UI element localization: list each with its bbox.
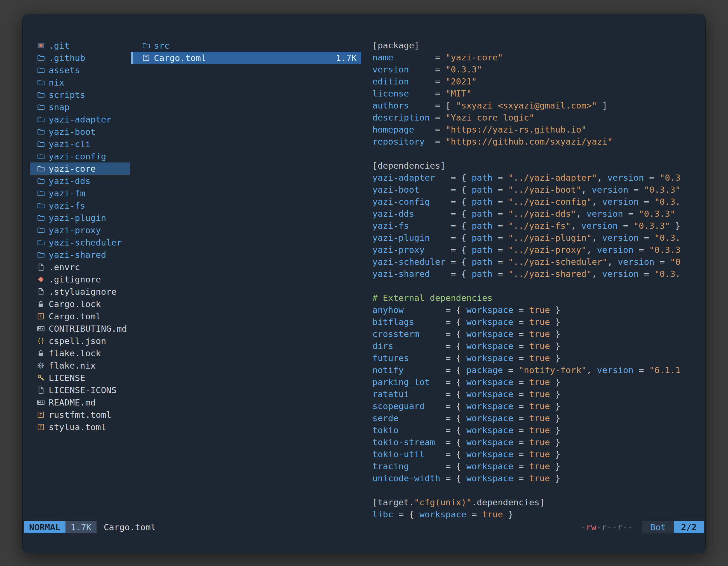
file-row-flake.lock[interactable]: flake.lock xyxy=(30,347,130,359)
preview-line: yazi-scheduler = { path = "../yazi-sched… xyxy=(372,256,699,268)
syntax-segment: = xyxy=(492,245,508,255)
file-row-cspell.json[interactable]: cspell.json xyxy=(30,335,130,347)
syntax-segment: true xyxy=(529,461,550,471)
file-row-LICENSE-ICONS[interactable]: LICENSE-ICONS xyxy=(30,384,130,396)
file-row-.gitignore[interactable]: .gitignore xyxy=(30,273,130,285)
syntax-segment: path xyxy=(472,173,493,183)
syntax-segment: "0.3.3 xyxy=(649,245,680,255)
syntax-segment: = xyxy=(513,449,529,459)
syntax-segment: description xyxy=(372,112,435,123)
syntax-segment: parking_lot xyxy=(372,377,445,387)
syntax-segment: workspace xyxy=(466,425,513,435)
dir-row-.github[interactable]: .github xyxy=(30,52,130,64)
entry-label: yazi-fs xyxy=(49,201,85,211)
syntax-segment: libc xyxy=(372,509,393,519)
syntax-segment: name xyxy=(372,52,435,62)
file-row-stylua.toml[interactable]: stylua.toml xyxy=(30,421,130,433)
syntax-segment: tokio-stream xyxy=(372,437,445,447)
syntax-segment: workspace xyxy=(466,305,513,315)
folder-icon xyxy=(37,115,45,124)
terminal-window: .git.githubassetsnixscriptssnapyazi-adap… xyxy=(22,14,706,553)
syntax-segment: = { xyxy=(451,185,472,195)
preview-line: description = "Yazi core logic" xyxy=(372,112,699,124)
toml-icon xyxy=(142,54,150,62)
file-row-Cargo.toml[interactable]: Cargo.toml1.7K xyxy=(131,52,361,64)
dir-row-nix[interactable]: nix xyxy=(30,76,130,89)
preview-line: yazi-adapter = { path = "../yazi-adapter… xyxy=(372,172,699,184)
entry-label: flake.nix xyxy=(49,360,96,370)
file-permissions: -rw-r--r-- xyxy=(581,522,633,532)
syntax-segment: , xyxy=(586,365,597,375)
dir-row-yazi-adapter[interactable]: yazi-adapter xyxy=(30,113,130,126)
dir-row-yazi-boot[interactable]: yazi-boot xyxy=(30,126,130,138)
syntax-segment: "../yazi-scheduler" xyxy=(508,257,607,267)
dir-row-yazi-core[interactable]: yazi-core xyxy=(30,163,130,175)
file-row-Cargo.toml[interactable]: Cargo.toml xyxy=(30,310,130,322)
dir-row-.git[interactable]: .git xyxy=(30,39,130,52)
preview-line: bitflags = { workspace = true } xyxy=(372,316,699,328)
file-row-LICENSE[interactable]: LICENSE xyxy=(30,372,130,384)
syntax-segment: path xyxy=(472,233,493,243)
file-row-Cargo.lock[interactable]: Cargo.lock xyxy=(30,298,130,310)
md-icon xyxy=(37,324,45,333)
syntax-segment: true xyxy=(529,389,550,399)
syntax-segment: = xyxy=(623,209,639,219)
dir-row-yazi-fm[interactable]: yazi-fm xyxy=(30,187,130,200)
syntax-segment: path xyxy=(472,209,493,219)
syntax-segment: = xyxy=(435,76,445,86)
dir-row-scripts[interactable]: scripts xyxy=(30,89,130,101)
syntax-segment: version xyxy=(602,197,639,207)
dir-row-src[interactable]: src xyxy=(131,39,361,52)
folder-icon xyxy=(37,152,45,161)
syntax-segment: workspace xyxy=(466,389,513,399)
syntax-segment: = xyxy=(492,269,508,279)
file-row-.styluaignore[interactable]: .styluaignore xyxy=(30,285,130,298)
syntax-segment: unicode-width xyxy=(372,473,445,483)
preview-line: repository = "https://github.com/sxyazi/… xyxy=(372,136,699,148)
dir-row-yazi-dds[interactable]: yazi-dds xyxy=(30,175,130,187)
syntax-segment: "0.3.3" xyxy=(633,221,670,231)
syntax-segment: true xyxy=(529,473,550,483)
syntax-segment: = { xyxy=(445,449,466,459)
entry-label: LICENSE xyxy=(49,373,85,383)
preview-line: ratatui = { workspace = true } xyxy=(372,388,699,400)
syntax-segment: , xyxy=(571,221,581,231)
file-icon xyxy=(37,263,45,271)
syntax-segment: workspace xyxy=(466,341,513,351)
dir-row-yazi-fs[interactable]: yazi-fs xyxy=(30,200,130,212)
syntax-segment: tokio-util xyxy=(372,449,445,459)
dir-row-assets[interactable]: assets xyxy=(30,64,130,76)
file-row-README.md[interactable]: README.md xyxy=(30,396,130,408)
status-filename: Cargo.toml xyxy=(104,522,156,532)
syntax-segment: } xyxy=(550,317,560,327)
dir-row-yazi-plugin[interactable]: yazi-plugin xyxy=(30,212,130,224)
preview-line xyxy=(372,148,699,160)
file-row-rustfmt.toml[interactable]: rustfmt.toml xyxy=(30,408,130,421)
file-row-CONTRIBUTING.md[interactable]: CONTRIBUTING.md xyxy=(30,322,130,335)
syntax-segment: "notify-fork" xyxy=(519,365,587,375)
syntax-segment: = xyxy=(435,125,445,135)
syntax-segment: yazi-proxy xyxy=(372,245,451,255)
syntax-segment: true xyxy=(529,401,550,411)
lock-icon xyxy=(37,349,45,357)
syntax-segment: "yazi-core" xyxy=(445,52,503,62)
file-row-flake.nix[interactable]: flake.nix xyxy=(30,359,130,372)
dir-row-yazi-proxy[interactable]: yazi-proxy xyxy=(30,224,130,236)
entry-label: .gitignore xyxy=(49,274,101,284)
dir-row-yazi-scheduler[interactable]: yazi-scheduler xyxy=(30,236,130,249)
file-row-.envrc[interactable]: .envrc xyxy=(30,261,130,273)
syntax-segment: version xyxy=(602,233,639,243)
dir-row-yazi-shared[interactable]: yazi-shared xyxy=(30,249,130,261)
syntax-segment: } xyxy=(550,437,560,447)
dir-row-yazi-cli[interactable]: yazi-cli xyxy=(30,138,130,150)
dir-row-yazi-config[interactable]: yazi-config xyxy=(30,150,130,163)
dir-row-snap[interactable]: snap xyxy=(30,101,130,113)
syntax-segment: = { xyxy=(445,461,466,471)
folder-icon xyxy=(37,140,45,148)
syntax-segment: } xyxy=(550,377,560,387)
syntax-segment: = xyxy=(503,365,519,375)
entry-label: yazi-adapter xyxy=(49,114,111,125)
entry-label: yazi-proxy xyxy=(49,225,101,235)
syntax-segment: = xyxy=(513,425,529,435)
entry-label: assets xyxy=(49,65,80,75)
